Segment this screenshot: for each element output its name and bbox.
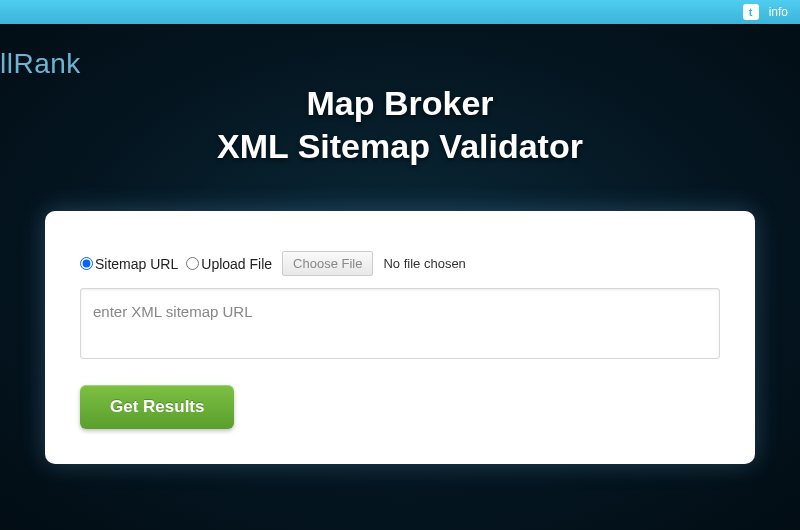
title-line-2: XML Sitemap Validator: [0, 127, 800, 166]
radio-sitemap-url-label: Sitemap URL: [95, 256, 178, 272]
twitter-icon[interactable]: t: [743, 4, 759, 20]
get-results-button[interactable]: Get Results: [80, 385, 234, 429]
brand-logo-text: llRank: [0, 48, 81, 80]
validator-form-card: Sitemap URL Upload File Choose File No f…: [45, 211, 755, 464]
topbar: t info: [0, 0, 800, 24]
choose-file-button[interactable]: Choose File: [282, 251, 373, 276]
radio-upload-file-input[interactable]: [186, 257, 199, 270]
radio-sitemap-url-input[interactable]: [80, 257, 93, 270]
file-chosen-status: No file chosen: [383, 256, 465, 271]
page-title: Map Broker XML Sitemap Validator: [0, 84, 800, 166]
sitemap-url-input[interactable]: [80, 288, 720, 359]
radio-sitemap-url[interactable]: Sitemap URL: [80, 256, 178, 272]
radio-upload-file[interactable]: Upload File: [186, 256, 272, 272]
brand-logo: llRank: [0, 48, 81, 80]
input-mode-row: Sitemap URL Upload File Choose File No f…: [80, 251, 720, 276]
title-line-1: Map Broker: [0, 84, 800, 123]
radio-upload-file-label: Upload File: [201, 256, 272, 272]
info-link[interactable]: info: [769, 5, 788, 19]
